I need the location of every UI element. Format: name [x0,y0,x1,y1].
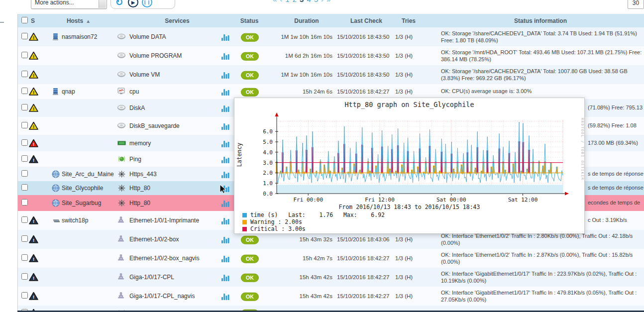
tries: 1/3 (H) [395,53,413,59]
table-row: ! Volume VM OK1M 1w 10h 16m 10s15/10/201… [18,65,644,84]
row-checkbox[interactable] [21,292,28,301]
service-link[interactable]: Http_80 [129,185,150,192]
service-link[interactable]: Volume PROGRAM [129,52,182,59]
header-status-flag[interactable]: S [28,17,38,24]
chart-icon[interactable] [221,71,229,79]
last-check: 15/10/2016 18:43:50 [337,53,390,59]
chart-icon[interactable] [221,292,229,300]
table-header: S Hosts▲ Services Status Duration Last C… [18,14,644,27]
last-check: 15/10/2016 18:42:27 [337,255,390,261]
host-link[interactable]: Site_Sugarbug [62,200,101,207]
last-check: 15/10/2016 18:43:50 [337,72,390,78]
row-checkbox[interactable] [21,184,28,193]
header-status-information[interactable]: Status information [466,17,615,24]
sort-asc-icon: ▲ [86,18,91,24]
unknown-triangle-icon: ! [29,254,38,263]
row-checkbox[interactable] [21,199,28,208]
chart-icon[interactable] [221,104,229,112]
row-checkbox[interactable] [21,216,28,225]
header-duration[interactable]: Duration [282,17,331,24]
service-link[interactable]: Ethernet-1/0/1-Imprimante [129,217,199,224]
select-all-checkbox[interactable] [21,17,28,25]
last-check: 15/10/2016 18:42:27 [337,293,390,299]
row-checkbox[interactable] [21,170,28,179]
chart-icon[interactable] [221,33,229,41]
service-link[interactable]: Giga-1/0/17-CPL_nagvis [129,293,195,300]
service-link[interactable]: Giga-1/0/17-CPL [129,274,174,281]
page-nav-arrow[interactable]: › [321,0,323,3]
unknown-triangle-icon: ! [29,292,38,301]
service-link[interactable]: Volume VM [129,71,160,78]
chart-icon[interactable] [221,52,229,60]
table-row: ! qnap cpu OK15h 24m 6s15/10/2016 18:42:… [18,84,644,99]
legend-entry: Warning : 2.00s [242,218,385,225]
warning-triangle-icon: ! [29,88,38,96]
page-link-2[interactable]: 2 [293,0,297,3]
chart-icon[interactable] [221,216,229,224]
header-tries[interactable]: Tries [396,17,421,24]
web-icon [117,184,126,192]
per-page-select[interactable]: 30 [628,0,644,9]
svg-text:!: ! [33,141,34,146]
host-link[interactable]: switch18p [62,217,88,224]
status-information: OK: Interface 'Ethernet1/0/2' Traffic In… [441,233,642,246]
host-link[interactable]: Site_Glycophile [62,185,103,192]
row-checkbox[interactable] [21,121,28,130]
service-link[interactable]: Volume DATA [129,33,166,40]
service-link[interactable]: memory [129,140,151,147]
row-checkbox[interactable] [21,254,28,263]
service-link[interactable]: DiskA [129,104,145,111]
row-checkbox[interactable] [21,155,28,164]
page-link-3[interactable]: 3 [300,0,304,3]
refresh-button[interactable]: ↻ [114,0,124,7]
chart-icon[interactable] [221,273,229,281]
service-link[interactable]: Ethernet-1/0/2-box_nagvis [129,255,200,262]
header-hosts[interactable]: Hosts▲ [54,17,104,24]
warning-triangle-icon: ! [29,104,38,112]
page-link-1[interactable]: 1 [285,0,289,3]
page-nav-arrow[interactable]: « [273,0,277,3]
more-actions-select[interactable]: More actions... [31,0,107,9]
service-link[interactable]: DiskB_sauvegarde [129,122,180,129]
chart-icon[interactable] [221,170,229,178]
page-link-4[interactable]: 4 [307,0,311,3]
chart-icon[interactable] [221,254,229,262]
chart-icon[interactable] [221,155,229,163]
row-checkbox[interactable] [21,104,28,112]
row-checkbox[interactable] [21,235,28,244]
row-checkbox[interactable] [21,32,28,41]
play-button[interactable]: ▶ [128,0,138,7]
host-link[interactable]: nasmaison72 [62,33,97,40]
chart-icon[interactable] [221,88,229,96]
unknown-triangle-icon: ! [29,155,38,163]
row-checkbox[interactable] [21,70,28,79]
row-checkbox[interactable] [21,139,28,148]
service-link[interactable]: Ethernet-1/0/2-box [129,236,179,243]
chart-icon[interactable] [221,235,229,243]
row-checkbox[interactable] [21,51,28,60]
header-status[interactable]: Status [234,17,264,24]
service-link[interactable]: cpu [129,88,139,95]
row-checkbox[interactable] [21,87,28,96]
service-link[interactable]: Https_443 [129,171,157,178]
globe-icon [52,184,60,192]
header-services[interactable]: Services [142,17,212,24]
status-badge: OK [241,235,259,244]
chart-icon[interactable] [221,199,229,207]
page-nav-arrow[interactable]: ‹ [280,0,282,3]
service-link[interactable]: Ping [129,156,141,163]
chart-icon[interactable] [221,139,229,147]
pause-button[interactable]: ❙❙ [142,0,152,7]
cpu-icon [117,88,125,96]
host-link[interactable]: Site_Arc_du_Maine [62,171,114,178]
chart-icon[interactable] [221,184,229,192]
status-badge: OK [241,292,259,301]
host-link[interactable]: qnap [62,88,75,95]
page-link-5[interactable]: 5 [314,0,318,3]
row-checkbox[interactable] [21,273,28,282]
chart-icon[interactable] [221,122,229,130]
disk-icon [117,33,125,41]
service-link[interactable]: Http_80 [129,200,150,207]
header-last-check[interactable]: Last Check [341,17,391,24]
page-nav-arrow[interactable]: » [326,0,330,3]
